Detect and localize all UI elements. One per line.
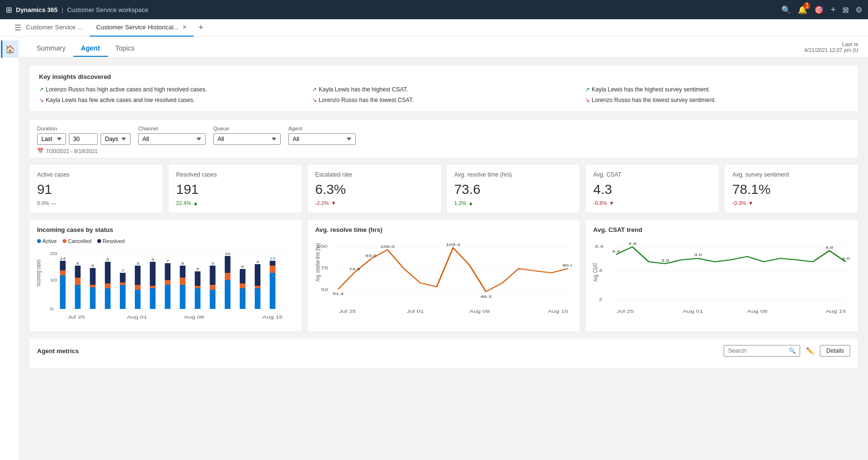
insight-arrow-down-3: ↘ bbox=[39, 97, 44, 103]
add-icon[interactable]: + bbox=[830, 5, 836, 15]
bar-chart-svg: 20 10 0 Incoming cases bbox=[37, 248, 294, 325]
svg-text:109.4: 109.4 bbox=[446, 243, 460, 247]
up-indicator: ▲ bbox=[193, 200, 198, 206]
svg-text:7: 7 bbox=[121, 269, 124, 273]
queue-select[interactable]: All bbox=[213, 133, 281, 145]
duration-number-input[interactable] bbox=[69, 133, 98, 145]
svg-rect-37 bbox=[165, 263, 170, 280]
duration-preset-select[interactable]: Last bbox=[37, 133, 66, 145]
tab-agent[interactable]: Agent bbox=[73, 40, 108, 57]
duration-unit-select[interactable]: Days bbox=[101, 133, 130, 145]
search-icon[interactable]: 🔍 bbox=[781, 5, 791, 14]
tab-close-button[interactable]: ✕ bbox=[182, 24, 187, 30]
insight-arrow-up-0: ↗ bbox=[39, 86, 44, 93]
svg-rect-9 bbox=[60, 261, 65, 270]
svg-rect-8 bbox=[60, 270, 65, 275]
filter-icon-button[interactable]: ✏️ bbox=[804, 345, 816, 357]
sidebar: 🏠 bbox=[0, 37, 19, 460]
svg-rect-43 bbox=[195, 288, 201, 309]
tab-topics[interactable]: Topics bbox=[108, 40, 143, 57]
svg-rect-20 bbox=[105, 283, 111, 288]
svg-rect-15 bbox=[90, 287, 96, 309]
svg-text:Aug 01: Aug 01 bbox=[683, 309, 703, 313]
tab-summary[interactable]: Summary bbox=[29, 40, 73, 57]
resolve-time-chart: Avg. resolve time (hrs) 100 75 50 Avg. r… bbox=[307, 219, 581, 332]
kpi-change-1: 22.4% ▲ bbox=[176, 200, 294, 206]
tab-label: Customer Service ... bbox=[26, 24, 83, 31]
tab-label: Customer Service Historical... bbox=[96, 24, 179, 31]
svg-text:3: 3 bbox=[211, 262, 214, 266]
channel-select[interactable]: All bbox=[138, 133, 206, 145]
kpi-row: Active cases 91 0.0% — Resolved cases 19… bbox=[29, 164, 858, 213]
app-name: Dynamics 365 bbox=[16, 6, 58, 13]
kpi-avg-csat: Avg. CSAT 4.3 -0.8% ▼ bbox=[585, 164, 719, 213]
svg-rect-33 bbox=[150, 262, 155, 286]
target-icon[interactable]: 🎯 bbox=[814, 5, 824, 14]
grid-icon[interactable]: ⊞ bbox=[6, 5, 12, 14]
agent-select[interactable]: All bbox=[288, 133, 356, 145]
notifications-icon[interactable]: 🔔 1 bbox=[798, 5, 807, 14]
svg-text:4.4: 4.4 bbox=[612, 249, 621, 254]
insight-arrow-down-4: ↘ bbox=[312, 97, 317, 103]
date-range: 📅 7/20/2021 - 8/18/2021 bbox=[37, 148, 850, 154]
kpi-change-2: -2.2% ▼ bbox=[315, 200, 433, 206]
svg-rect-21 bbox=[105, 262, 111, 283]
charts-row: Incoming cases by status Active Cancelle… bbox=[29, 219, 858, 332]
svg-rect-31 bbox=[150, 288, 155, 309]
svg-rect-12 bbox=[75, 278, 81, 285]
tab-customer-service[interactable]: Customer Service ... bbox=[19, 19, 90, 37]
svg-rect-44 bbox=[195, 286, 201, 288]
svg-rect-32 bbox=[150, 286, 155, 288]
svg-text:Avg. CSAT: Avg. CSAT bbox=[593, 263, 598, 281]
hamburger-menu[interactable]: ☰ bbox=[14, 23, 21, 32]
svg-text:93.6: 93.6 bbox=[365, 254, 377, 258]
legend-resolved: Resolved bbox=[97, 238, 125, 244]
tab-historical[interactable]: Customer Service Historical... ✕ bbox=[90, 19, 194, 37]
sidebar-home-icon[interactable]: 🏠 bbox=[1, 40, 18, 58]
svg-rect-64 bbox=[270, 266, 275, 273]
kpi-change-3: 1.2% ▲ bbox=[454, 200, 572, 206]
svg-text:4.4: 4.4 bbox=[595, 244, 604, 248]
svg-rect-28 bbox=[135, 285, 141, 290]
agent-metrics-controls: 🔍 ✏️ Details bbox=[724, 345, 850, 357]
svg-text:20: 20 bbox=[50, 251, 57, 256]
details-button[interactable]: Details bbox=[820, 345, 850, 357]
svg-text:74.5: 74.5 bbox=[349, 267, 361, 271]
agent-search-input[interactable] bbox=[728, 347, 786, 354]
svg-text:4: 4 bbox=[256, 260, 259, 264]
up-indicator: ▲ bbox=[468, 200, 474, 206]
insight-arrow-down-5: ↘ bbox=[585, 97, 590, 103]
svg-rect-17 bbox=[90, 268, 96, 285]
agent-metrics-title: Agent metrics bbox=[37, 347, 79, 355]
svg-rect-41 bbox=[180, 266, 185, 278]
svg-rect-27 bbox=[135, 290, 141, 309]
svg-rect-19 bbox=[105, 288, 111, 309]
down-indicator: ▼ bbox=[609, 200, 614, 206]
svg-text:4.6: 4.6 bbox=[826, 245, 834, 250]
svg-text:7: 7 bbox=[166, 259, 169, 263]
settings-icon[interactable]: ⚙ bbox=[855, 5, 862, 14]
insight-arrow-up-1: ↗ bbox=[312, 86, 317, 93]
kpi-escalated-rate: Escalated rate 6.3% -2.2% ▼ bbox=[307, 164, 441, 213]
svg-rect-25 bbox=[120, 273, 126, 282]
queue-filter: Queue All bbox=[213, 126, 281, 145]
svg-rect-23 bbox=[120, 285, 126, 309]
svg-rect-52 bbox=[225, 273, 231, 280]
svg-text:4: 4 bbox=[599, 268, 602, 272]
agent-search-box[interactable]: 🔍 bbox=[724, 345, 800, 357]
kpi-resolved-cases: Resolved cases 191 22.4% ▲ bbox=[168, 164, 302, 213]
add-tab-button[interactable]: + bbox=[194, 23, 208, 33]
filter-icon[interactable]: ⊠ bbox=[842, 5, 849, 14]
channel-filter: Channel All bbox=[138, 126, 206, 145]
duration-filter: Duration Last Days bbox=[37, 126, 130, 145]
csat-trend-chart: Avg. CSAT trend 4.4 4 2 Avg. CSAT bbox=[585, 219, 858, 332]
top-navigation: ⊞ Dynamics 365 | Customer Service worksp… bbox=[0, 0, 868, 19]
svg-rect-60 bbox=[255, 286, 260, 288]
insights-card: Key insights discovered ↗ Lorenzo Russo … bbox=[29, 65, 858, 112]
agent-metrics-header: Agent metrics 🔍 ✏️ Details bbox=[37, 345, 850, 357]
page-header: Summary Agent Topics Last re 4/21/2021 1… bbox=[19, 37, 868, 57]
svg-text:10: 10 bbox=[225, 252, 231, 256]
svg-rect-59 bbox=[255, 288, 260, 309]
svg-text:Aug 01: Aug 01 bbox=[127, 315, 147, 319]
insight-arrow-up-2: ↗ bbox=[585, 86, 590, 93]
